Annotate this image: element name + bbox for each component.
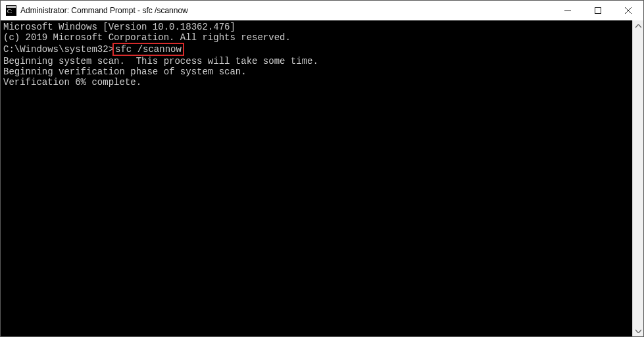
maximize-button[interactable] (583, 1, 613, 20)
command-prompt-window: C: Administrator: Command Prompt - sfc /… (0, 0, 644, 337)
window-title: Administrator: Command Prompt - sfc /sca… (20, 6, 553, 15)
svg-rect-1 (7, 6, 16, 8)
output-line: Verification 6% complete. (3, 77, 632, 88)
scroll-up-arrow-icon[interactable] (633, 20, 644, 32)
titlebar[interactable]: C: Administrator: Command Prompt - sfc /… (1, 1, 643, 20)
prompt-line: C:\Windows\system32>sfc /scannow (3, 43, 632, 56)
minimize-button[interactable] (553, 1, 583, 20)
window-controls (553, 1, 643, 20)
terminal-output[interactable]: Microsoft Windows [Version 10.0.18362.47… (1, 20, 632, 336)
vertical-scrollbar[interactable] (632, 20, 643, 336)
command-text: sfc /scannow (115, 44, 182, 55)
svg-rect-4 (595, 8, 601, 14)
prompt-prefix: C:\Windows\system32> (3, 44, 114, 55)
terminal-area: Microsoft Windows [Version 10.0.18362.47… (1, 20, 643, 336)
output-line: Microsoft Windows [Version 10.0.18362.47… (3, 22, 632, 32)
cmd-icon: C: (6, 5, 16, 16)
close-button[interactable] (613, 1, 643, 20)
scroll-down-arrow-icon[interactable] (633, 325, 644, 336)
svg-text:C:: C: (7, 9, 12, 14)
output-line: (c) 2019 Microsoft Corporation. All righ… (3, 32, 632, 43)
output-line: Beginning verification phase of system s… (3, 66, 632, 77)
command-highlight: sfc /scannow (112, 43, 184, 56)
output-line: Beginning system scan. This process will… (3, 56, 632, 66)
